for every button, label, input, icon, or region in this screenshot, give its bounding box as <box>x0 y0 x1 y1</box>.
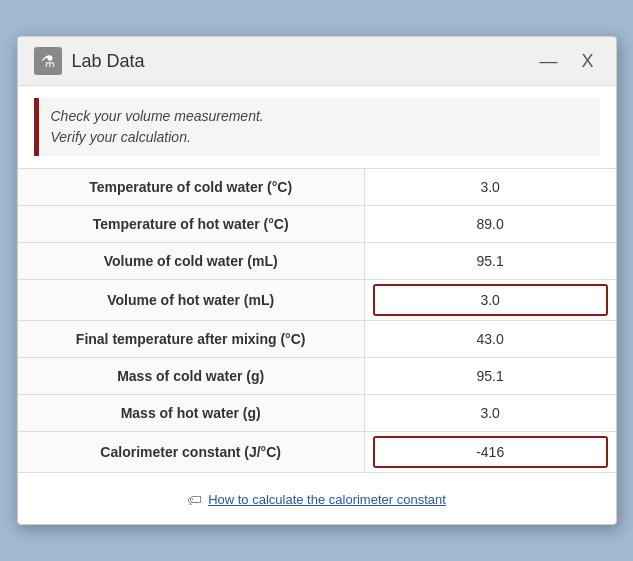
minimize-button[interactable]: — <box>533 50 563 72</box>
value-input[interactable] <box>373 436 608 468</box>
table-row: Mass of cold water (g)95.1 <box>18 358 616 395</box>
close-button[interactable]: X <box>575 50 599 72</box>
table-row: Calorimeter constant (J/°C) <box>18 432 616 473</box>
table-row: Volume of hot water (mL) <box>18 280 616 321</box>
row-label: Temperature of hot water (°C) <box>18 206 365 243</box>
data-table: Temperature of cold water (°C)3.0Tempera… <box>18 168 616 473</box>
table-row: Volume of cold water (mL)95.1 <box>18 243 616 280</box>
table-row: Temperature of hot water (°C)89.0 <box>18 206 616 243</box>
row-value: 43.0 <box>364 321 615 358</box>
row-label: Volume of cold water (mL) <box>18 243 365 280</box>
row-label: Calorimeter constant (J/°C) <box>18 432 365 473</box>
row-value[interactable] <box>364 432 615 473</box>
warning-bar: Check your volume measurement. Verify yo… <box>34 98 600 156</box>
lab-data-dialog: ⚗ Lab Data — X Check your volume measure… <box>17 36 617 525</box>
row-label: Temperature of cold water (°C) <box>18 169 365 206</box>
title-bar-left: ⚗ Lab Data <box>34 47 145 75</box>
dialog-title: Lab Data <box>72 51 145 72</box>
flask-icon: ⚗ <box>34 47 62 75</box>
row-label: Mass of hot water (g) <box>18 395 365 432</box>
row-value[interactable] <box>364 280 615 321</box>
row-value: 89.0 <box>364 206 615 243</box>
row-label: Final temperature after mixing (°C) <box>18 321 365 358</box>
title-bar-right: — X <box>533 50 599 72</box>
table-row: Final temperature after mixing (°C)43.0 <box>18 321 616 358</box>
title-bar: ⚗ Lab Data — X <box>18 37 616 86</box>
row-value: 95.1 <box>364 243 615 280</box>
row-label: Mass of cold water (g) <box>18 358 365 395</box>
row-value: 95.1 <box>364 358 615 395</box>
row-label: Volume of hot water (mL) <box>18 280 365 321</box>
value-input[interactable] <box>373 284 608 316</box>
row-value: 3.0 <box>364 169 615 206</box>
tag-icon: 🏷 <box>187 491 202 508</box>
calorimeter-help-link[interactable]: How to calculate the calorimeter constan… <box>208 492 446 507</box>
warning-line2: Verify your calculation. <box>51 129 191 145</box>
row-value: 3.0 <box>364 395 615 432</box>
table-row: Temperature of cold water (°C)3.0 <box>18 169 616 206</box>
table-row: Mass of hot water (g)3.0 <box>18 395 616 432</box>
warning-line1: Check your volume measurement. <box>51 108 264 124</box>
footer: 🏷 How to calculate the calorimeter const… <box>18 481 616 524</box>
